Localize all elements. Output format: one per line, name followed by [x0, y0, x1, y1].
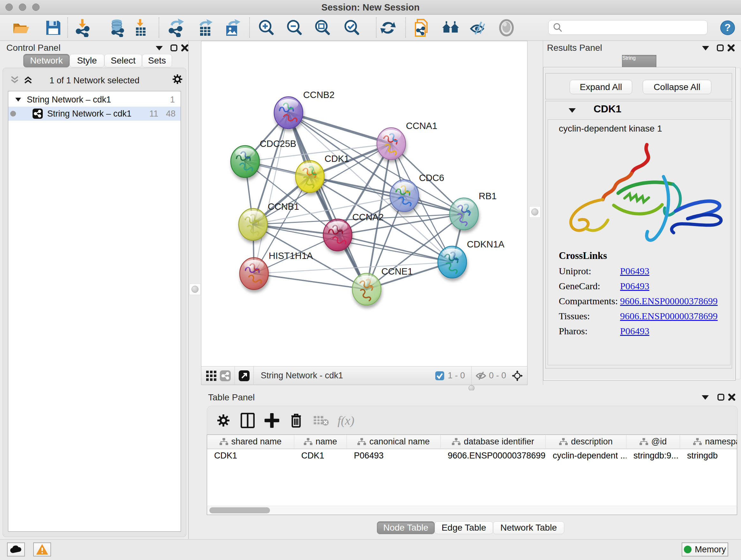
sphere-icon	[498, 19, 515, 37]
table-header-row: shared namenamecanonical namedatabase id…	[207, 435, 737, 449]
zoom-selected-button[interactable]	[343, 19, 360, 37]
network-collection-row[interactable]: String Network – cdk1 1	[8, 92, 181, 107]
right-splitter[interactable]	[528, 41, 542, 385]
memory-button[interactable]: Memory	[682, 543, 728, 557]
column-header-canonical-name[interactable]: canonical name	[347, 435, 441, 449]
cloud-status-button[interactable]	[7, 543, 25, 557]
crosslink-link[interactable]: 9606.ENSP00000378699	[620, 311, 718, 321]
duplicate-pages-icon	[413, 18, 431, 37]
control-panel-collapse-button[interactable]	[154, 43, 165, 54]
node-attribute-table: shared namenamecanonical namedatabase id…	[207, 435, 737, 515]
open-session-button[interactable]	[12, 19, 30, 37]
table-cell[interactable]: CDK1	[207, 451, 294, 461]
add-column-icon[interactable]	[263, 412, 280, 429]
gene-collapse-icon[interactable]	[567, 105, 578, 116]
open-in-window-icon[interactable]	[239, 370, 250, 381]
crosslink-link[interactable]: P06493	[620, 326, 650, 336]
show-all-networks-button[interactable]	[442, 19, 460, 37]
column-header--id[interactable]: @id	[626, 435, 680, 449]
zoom-fit-button[interactable]	[313, 19, 331, 37]
crosslink-link[interactable]: P06493	[620, 266, 650, 276]
gene-symbol: CDK1	[594, 103, 621, 115]
left-splitter-handle[interactable]	[189, 284, 201, 295]
tree-icon	[219, 438, 228, 446]
crosslink-link[interactable]: P06493	[620, 281, 650, 292]
control-panel-float-button[interactable]	[169, 43, 179, 53]
export-table-button[interactable]	[196, 19, 214, 37]
tab-edge-table[interactable]: Edge Table	[434, 521, 493, 534]
table-panel-collapse-button[interactable]	[700, 392, 711, 403]
hidden-eye-slash-icon[interactable]	[475, 370, 486, 381]
table-cell[interactable]: P06493	[347, 451, 441, 461]
current-network-title: String Network - cdk1	[261, 371, 343, 381]
import-network-file-button[interactable]	[74, 19, 92, 37]
results-panel: Results Panel String Expand All Collapse…	[543, 41, 741, 385]
delete-column-trash-icon[interactable]	[287, 412, 305, 429]
tab-sets[interactable]: Sets	[142, 54, 172, 67]
results-panel-close-button[interactable]	[726, 43, 737, 53]
table-row[interactable]: CDK1CDK1P064939606.ENSP00000378699cyclin…	[207, 449, 737, 462]
clone-network-button[interactable]	[413, 19, 431, 37]
table-hscrollbar-thumb[interactable]	[209, 507, 270, 513]
delete-table-icon[interactable]	[313, 412, 330, 429]
toolbar-separator	[67, 17, 68, 38]
toolbar-separator	[158, 17, 159, 38]
pan-crosshair-icon[interactable]	[512, 370, 523, 381]
table-cell[interactable]: 9606.ENSP00000378699	[441, 451, 546, 461]
network-row-selected[interactable]: String Network – cdk1 11 48	[8, 107, 181, 121]
table-cell[interactable]: stringdb	[680, 451, 737, 461]
left-splitter[interactable]	[189, 41, 201, 539]
network-share-icon[interactable]	[220, 370, 231, 381]
table-cell[interactable]: CDK1	[294, 451, 347, 461]
hide-selected-button[interactable]	[469, 19, 487, 37]
table-panel-close-button[interactable]	[726, 392, 737, 402]
crosslink-link[interactable]: 9606.ENSP00000378699	[620, 296, 718, 307]
birds-eye-grid-icon[interactable]	[206, 370, 217, 381]
svg-text:CCNA1: CCNA1	[406, 121, 437, 131]
zoom-out-button[interactable]	[285, 19, 303, 37]
table-cell[interactable]: stringdb:9...	[626, 451, 680, 461]
column-header-name[interactable]: name	[294, 435, 347, 449]
search-input[interactable]	[563, 23, 707, 33]
network-canvas[interactable]: CCNB2CCNA1CDC25BCDK1CDC6RB1CCNB1CCNA2CDK…	[201, 41, 527, 367]
table-panel-float-button[interactable]	[716, 392, 726, 402]
ball-button[interactable]	[497, 19, 515, 37]
bottom-splitter[interactable]	[201, 385, 741, 390]
network-options-gear-icon[interactable]	[172, 74, 183, 84]
column-header-description[interactable]: description	[546, 435, 626, 449]
table-settings-gear-icon[interactable]	[215, 412, 232, 429]
tab-string[interactable]: String	[622, 55, 657, 68]
table-cell[interactable]: cyclin-dependent ...	[546, 451, 626, 461]
save-session-button[interactable]	[44, 19, 62, 37]
crosslink-row: Pharos: P06493	[559, 326, 725, 336]
column-header-namespace[interactable]: namespace	[680, 435, 737, 449]
right-splitter-handle[interactable]	[529, 206, 541, 218]
refresh-layout-button[interactable]	[379, 19, 397, 37]
svg-text:RB1: RB1	[479, 191, 496, 201]
selected-checkbox-icon[interactable]	[434, 370, 445, 381]
export-image-button[interactable]	[223, 19, 241, 37]
warnings-button[interactable]	[33, 543, 51, 557]
column-header-shared-name[interactable]: shared name	[207, 435, 294, 449]
import-table-file-button[interactable]	[131, 19, 149, 37]
zoom-in-button[interactable]	[257, 19, 275, 37]
results-panel-collapse-button[interactable]	[700, 43, 711, 54]
tab-select[interactable]: Select	[105, 54, 142, 67]
control-panel: Control Panel Network Style Select Sets …	[0, 41, 189, 539]
tab-network-table[interactable]: Network Table	[493, 521, 564, 534]
network-view: CCNB2CCNA1CDC25BCDK1CDC6RB1CCNB1CCNA2CDK…	[201, 41, 528, 385]
tree-icon	[357, 438, 366, 446]
results-scrollbar[interactable]	[736, 68, 740, 379]
refresh-icon	[379, 19, 397, 37]
results-panel-float-button[interactable]	[715, 43, 726, 53]
import-network-database-button[interactable]	[108, 19, 126, 37]
expand-all-button[interactable]: Expand All	[569, 80, 632, 94]
help-button[interactable]: ?	[719, 19, 737, 37]
tab-node-table[interactable]: Node Table	[377, 521, 434, 534]
show-columns-icon[interactable]	[239, 412, 256, 429]
column-header-database-identifier[interactable]: database identifier	[441, 435, 546, 449]
tab-style[interactable]: Style	[70, 54, 105, 67]
collapse-all-button[interactable]: Collapse All	[643, 80, 711, 94]
tab-network[interactable]: Network	[23, 54, 70, 67]
export-network-button[interactable]	[167, 19, 185, 37]
